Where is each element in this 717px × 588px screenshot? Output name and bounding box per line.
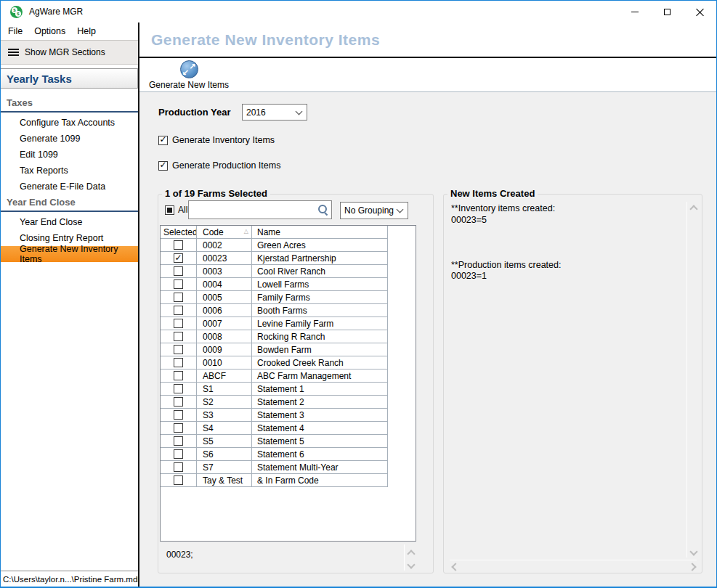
farm-search-input[interactable]: [189, 201, 317, 219]
table-row[interactable]: S5Statement 5: [161, 435, 388, 448]
row-checkbox[interactable]: [174, 371, 183, 380]
sidebar-item-generate-e-file-data[interactable]: Generate E-File Data: [1, 179, 138, 195]
table-row[interactable]: 0008Rocking R Ranch: [161, 330, 388, 343]
generate-production-items-checkbox[interactable]: [158, 161, 168, 171]
row-checkbox[interactable]: [174, 397, 183, 407]
row-selected-cell: [161, 278, 197, 290]
search-icon[interactable]: [317, 204, 328, 216]
sidebar-item-generate-1099[interactable]: Generate 1099: [1, 131, 138, 147]
sidebar-item-configure-tax-accounts[interactable]: Configure Tax Accounts: [1, 115, 138, 131]
row-name-cell: Statement 1: [252, 383, 388, 395]
menu-item-options[interactable]: Options: [28, 24, 71, 38]
section-divider: [1, 211, 138, 212]
row-name-cell: Crooked Creek Ranch: [252, 356, 388, 369]
row-checkbox[interactable]: [174, 306, 183, 315]
row-name-cell: Statement 6: [252, 448, 388, 460]
row-checkbox[interactable]: [174, 332, 183, 341]
minimize-button[interactable]: [618, 1, 651, 23]
scroll-up-icon[interactable]: [689, 205, 697, 213]
title-bar[interactable]: $ $ AgWare MGR: [1, 1, 716, 23]
table-row[interactable]: 0003Cool River Ranch: [161, 265, 388, 278]
table-row[interactable]: 0010Crooked Creek Ranch: [161, 356, 388, 369]
production-year-select[interactable]: 2016: [242, 104, 307, 121]
row-checkbox[interactable]: [174, 475, 183, 485]
table-row[interactable]: Tay & Test& In Farm Code: [161, 474, 388, 487]
results-line: [451, 237, 680, 249]
results-line: [451, 226, 680, 237]
row-checkbox[interactable]: [174, 436, 183, 446]
row-name-cell: Levine Family Farm: [252, 317, 388, 330]
grouping-select[interactable]: No Grouping: [340, 202, 408, 219]
table-row[interactable]: 0002Green Acres: [161, 239, 388, 252]
row-code-cell: S2: [197, 396, 252, 408]
scroll-up-icon[interactable]: [407, 550, 415, 558]
farms-log-area[interactable]: 00023;: [160, 542, 433, 573]
nav-section-label-taxes: Taxes: [1, 95, 138, 110]
table-row[interactable]: S6Statement 6: [161, 448, 388, 461]
row-checkbox[interactable]: [174, 279, 183, 289]
content-area: Production Year 2016 Generate Inventory …: [139, 92, 716, 587]
scroll-down-icon[interactable]: [407, 560, 415, 568]
close-button[interactable]: [684, 1, 716, 23]
table-row[interactable]: S3Statement 3: [161, 409, 388, 422]
menu-item-file[interactable]: File: [2, 24, 28, 38]
row-code-cell: S7: [197, 461, 252, 473]
sidebar-item-generate-new-inventory-items[interactable]: Generate New Inventory Items: [1, 246, 138, 262]
table-row[interactable]: ABCFABC Farm Management: [161, 369, 388, 383]
production-year-value: 2016: [243, 107, 293, 118]
farms-groupbox: 1 of 19 Farms Selected All No Grouping S…: [158, 194, 434, 573]
column-header-code[interactable]: Code △: [197, 226, 252, 238]
menu-item-help[interactable]: Help: [71, 24, 102, 38]
generate-new-items-button[interactable]: ↗↙ Generate New Items: [145, 60, 233, 91]
row-checkbox[interactable]: [174, 423, 183, 433]
row-code-cell: S4: [197, 422, 252, 434]
show-mgr-sections-button[interactable]: Show MGR Sections: [1, 40, 138, 65]
scroll-left-icon[interactable]: [451, 563, 459, 571]
row-checkbox[interactable]: [174, 462, 183, 472]
row-checkbox[interactable]: [174, 293, 183, 302]
row-checkbox[interactable]: [174, 240, 183, 250]
row-checkbox[interactable]: [174, 319, 183, 328]
row-checkbox[interactable]: [174, 253, 183, 263]
table-row[interactable]: 0004Lowell Farms: [161, 278, 388, 291]
generate-inventory-items-option[interactable]: Generate Inventory Items: [158, 135, 275, 145]
row-selected-cell: [161, 369, 197, 382]
row-checkbox[interactable]: [174, 384, 183, 393]
table-row[interactable]: S1Statement 1: [161, 383, 388, 396]
row-checkbox[interactable]: [174, 266, 183, 276]
generate-new-items-label: Generate New Items: [149, 80, 229, 90]
row-checkbox[interactable]: [174, 410, 183, 420]
sidebar-item-tax-reports[interactable]: Tax Reports: [1, 163, 138, 179]
row-checkbox[interactable]: [174, 345, 183, 354]
table-row[interactable]: S2Statement 2: [161, 396, 388, 409]
table-row[interactable]: S4Statement 4: [161, 422, 388, 435]
table-row[interactable]: 0009Bowden Farm: [161, 343, 388, 356]
scroll-down-icon[interactable]: [689, 547, 697, 555]
generate-production-items-option[interactable]: Generate Production Items: [158, 160, 280, 171]
generate-inventory-items-checkbox[interactable]: [158, 136, 168, 145]
table-row[interactable]: 00023Kjerstad Partnership: [161, 252, 388, 265]
row-selected-cell: [161, 291, 197, 303]
database-path: C:\Users\taylor.n...\Pristine Farm.mdb: [3, 575, 138, 584]
table-row[interactable]: 0005Family Farms: [161, 291, 388, 304]
table-row[interactable]: 0006Booth Farms: [161, 304, 388, 317]
column-header-name[interactable]: Name: [252, 226, 388, 238]
maximize-button[interactable]: [651, 1, 684, 23]
sidebar-item-edit-1099[interactable]: Edit 1099: [1, 147, 138, 163]
table-row[interactable]: S7Statement Multi-Year: [161, 461, 388, 474]
row-name-cell: Cool River Ranch: [252, 265, 388, 277]
select-all-checkbox[interactable]: [165, 205, 174, 215]
row-checkbox[interactable]: [174, 449, 183, 459]
select-all-option[interactable]: All: [165, 205, 187, 215]
column-header-selected[interactable]: Selected: [161, 226, 197, 238]
table-row[interactable]: 0007Levine Family Farm: [161, 317, 388, 330]
row-code-cell: S3: [197, 409, 252, 421]
scroll-right-icon[interactable]: [688, 563, 696, 571]
row-selected-cell: [161, 422, 197, 434]
generate-inventory-items-label: Generate Inventory Items: [172, 135, 275, 145]
row-selected-cell: [161, 304, 197, 317]
hamburger-icon: [8, 49, 19, 56]
sidebar-item-year-end-close[interactable]: Year End Close: [1, 214, 138, 230]
row-checkbox[interactable]: [174, 358, 183, 367]
row-code-cell: 0008: [197, 330, 252, 343]
